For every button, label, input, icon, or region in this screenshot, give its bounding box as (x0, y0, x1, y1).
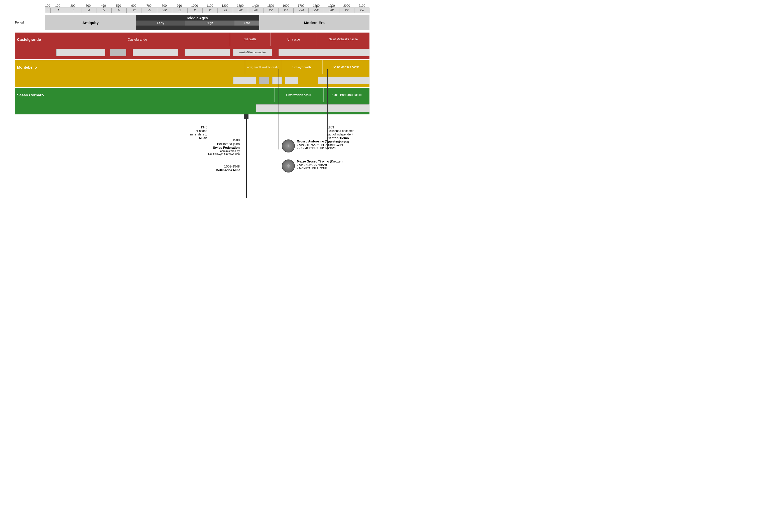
castelgrande-construction-bar: most of the construction (233, 49, 272, 56)
century-XIII: XIII (233, 8, 248, 13)
anno-spacer (15, 118, 45, 198)
castelgrande-phase-main: Castelgrande (45, 33, 230, 46)
mezzo-lines: + VRI · SVIT · VNDERVAL+ MONETA · BELLIZ… (297, 164, 342, 170)
century-XV: XV (263, 8, 278, 13)
sasso-bar-spacer (15, 102, 45, 114)
old-castle-label: old castle (244, 38, 256, 42)
year-1800: 1800 (308, 4, 324, 8)
mezzo-text: Mezzo Grosso Tirolino (Kreuzer) + VRI · … (297, 159, 342, 170)
coin-mezzo: ✤ (282, 159, 295, 172)
castelgrande-bar-5 (278, 49, 369, 56)
anno-mint-year: 1503-1548 (207, 164, 240, 168)
year-ruler: 100 100 200 300 400 500 600 700 800 900 … (15, 0, 369, 8)
year-500: 500 (111, 4, 126, 8)
mezzo-subtitle: (Kreuzer) (330, 160, 342, 163)
year-1100: 1100 (202, 4, 217, 8)
sasso-bar-row (15, 102, 369, 114)
century-XX: XX (339, 8, 354, 13)
castelgrande-phase-old: old castle (230, 33, 271, 46)
year-900: 900 (172, 4, 187, 8)
bottom-annotations: 1340 Bellinzonasurrenders to Milan 1500 … (15, 118, 369, 198)
century-IX: IX (172, 8, 187, 13)
middle-ages-sub: Early High Late (136, 21, 259, 26)
middle-ages-title: Middle Ages (187, 15, 208, 21)
anno-milan: 1340 Bellinzonasurrenders to Milan (177, 126, 207, 140)
anno-milan-text: Bellinzonasurrenders to (177, 129, 207, 136)
century-I: I (51, 8, 66, 13)
montebello-phase-schwyz: Schwyz castle (281, 60, 323, 74)
castelgrande-bar-row: most of the construction (15, 46, 369, 59)
sasso-phase-unterwalden: Unterwalden castle (274, 88, 323, 102)
construction-label: most of the construction (239, 51, 266, 54)
century-row: I I II III IV V VI VII VIII IX X XI XII … (15, 8, 369, 13)
century-IV: IV (96, 8, 111, 13)
century-XVII: XVII (293, 8, 309, 13)
grosso-subtitle: (Groschen) (325, 140, 340, 143)
vline-1500 (278, 69, 279, 149)
sasso-corbaro-section: Sasso Corbaro Unterwalden castle Santa B… (15, 88, 369, 114)
year-1200: 1200 (217, 4, 233, 8)
anno-swiss-text: Bellinzona joins (207, 142, 240, 146)
century-II: II (66, 8, 81, 13)
vline-1300 (246, 114, 247, 198)
period-bar: Antiquity Middle Ages Early High Late Mo… (45, 15, 369, 30)
castelgrande-section: Castelgrande Castelgrande old castle Uri… (15, 33, 369, 59)
year-300: 300 (80, 4, 96, 8)
montebello-bar-1 (233, 77, 256, 84)
modern-label: Modern Era (304, 21, 325, 25)
century-X: X (187, 8, 203, 13)
montebello-bar-5 (317, 77, 369, 84)
castelgrande-phase-michael: Saint Michael's castle (317, 33, 369, 46)
montebello-bar-4 (285, 77, 298, 84)
montebello-bars (45, 74, 369, 87)
montebello-phase-martin: Saint Martin's castle (323, 60, 369, 74)
montebello-section: Montebello new, small, middle castle Sch… (15, 60, 369, 87)
century-XXI: XXI (354, 8, 369, 13)
anno-ticino-text: Bellinzona becomespart of independent (327, 129, 377, 136)
century-XII: XII (218, 8, 233, 13)
period-early: Early (136, 21, 185, 26)
anno-milan-bold: Milan (177, 136, 207, 140)
sasso-empty (45, 88, 274, 102)
year-200: 200 (65, 4, 81, 8)
anno-swiss-bold: Swiss Federation (207, 146, 240, 149)
castelgrande-name: Castelgrande (15, 33, 45, 46)
small-rect-1300 (244, 114, 248, 119)
unterwalden-label: Unterwalden castle (286, 93, 311, 97)
uri-castle-label: Uri castle (287, 38, 300, 41)
montebello-name: Montebello (15, 60, 45, 74)
montebello-bar-2 (259, 77, 269, 84)
grosso-text: Grosso Ambrosino (Groschen) + VRANIE · S… (297, 139, 343, 150)
century-VI: VI (126, 8, 142, 13)
year-1700: 1700 (293, 4, 309, 8)
anno-ticino-year: 1803 (327, 126, 377, 129)
year-2100: 2100 (354, 4, 369, 8)
timeline-container: 100 100 200 300 400 500 600 700 800 900 … (0, 0, 384, 198)
century-III: III (81, 8, 96, 13)
sasso-header: Sasso Corbaro Unterwalden castle Santa B… (15, 88, 369, 102)
sasso-bars (45, 102, 369, 114)
anno-area: 1340 Bellinzonasurrenders to Milan 1500 … (45, 118, 369, 198)
year-600: 600 (126, 4, 141, 8)
sasso-phase-barbara: Santa Barbara's castle (323, 88, 369, 102)
year-1000: 1000 (187, 4, 202, 8)
anno-swiss: 1500 Bellinzona joins Swiss Federation a… (207, 138, 240, 155)
century-XI: XI (202, 8, 218, 13)
anno-mezzo: ✤ Mezzo Grosso Tirolino (Kreuzer) + VRI … (282, 159, 342, 172)
mezzo-title: Mezzo Grosso Tirolino (297, 160, 329, 163)
year-100: 100 (50, 4, 65, 8)
martin-castle-label: Saint Martin's castle (333, 65, 360, 69)
anno-swiss-year: 1500 (207, 138, 240, 142)
michael-castle-label: Saint Michael's castle (329, 38, 358, 42)
century-XIX: XIX (324, 8, 339, 13)
year-800: 800 (156, 4, 172, 8)
anno-grosso: ✦ Grosso Ambrosino (Groschen) + VRANIE ·… (282, 139, 343, 152)
period-modern: Modern Era (259, 15, 369, 30)
castelgrande-bar-2 (110, 49, 126, 56)
montebello-phase-new: new, small, middle castle (245, 60, 281, 74)
coin-grosso: ✦ (282, 139, 295, 152)
montebello-phases: new, small, middle castle Schwyz castle … (45, 60, 369, 74)
year-1300: 1300 (233, 4, 248, 8)
year-1400: 1400 (248, 4, 263, 8)
montebello-new-label: new, small, middle castle (247, 65, 279, 69)
